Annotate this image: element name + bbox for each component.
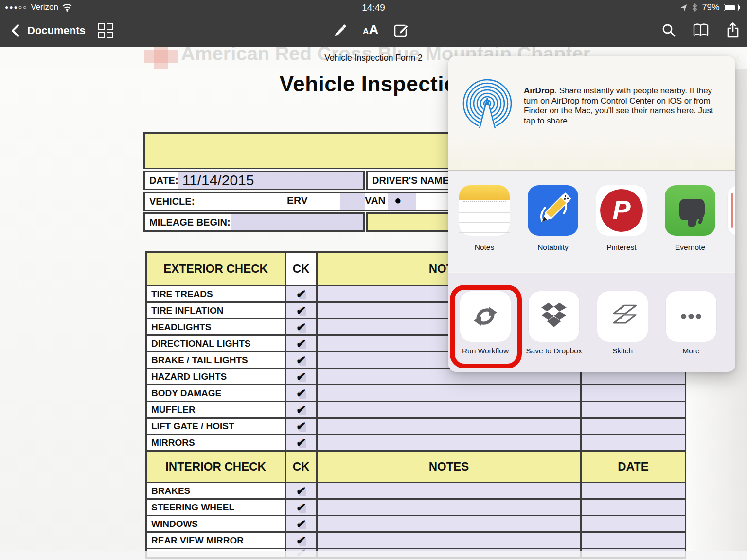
row-label: DIRECTIONAL LIGHTS bbox=[147, 336, 285, 351]
row-label: MUFFLER bbox=[147, 402, 285, 417]
interior-notes-header: NOTES bbox=[318, 452, 580, 482]
checkmark-icon: ✔ bbox=[295, 370, 307, 384]
red-highlight-annotation bbox=[450, 285, 522, 368]
date-cell[interactable] bbox=[582, 402, 685, 417]
date-cell[interactable] bbox=[582, 533, 685, 548]
van-field[interactable] bbox=[388, 193, 416, 210]
text-settings-icon[interactable]: AA bbox=[363, 22, 379, 37]
annotate-pen-icon[interactable] bbox=[334, 22, 348, 37]
skitch-icon bbox=[602, 296, 643, 337]
check-cell[interactable]: ✔ bbox=[286, 483, 316, 498]
check-cell[interactable]: ✔ bbox=[286, 336, 316, 351]
date-cell[interactable] bbox=[582, 500, 685, 515]
date-cell[interactable] bbox=[582, 419, 685, 434]
evernote-app-button[interactable] bbox=[665, 185, 715, 236]
erv-field[interactable] bbox=[340, 193, 365, 210]
notes-cell[interactable] bbox=[318, 483, 580, 498]
notes-app-button[interactable] bbox=[459, 185, 510, 236]
check-cell[interactable]: ✔ bbox=[286, 369, 316, 384]
checkmark-icon: ✔ bbox=[295, 436, 307, 450]
airdrop-section[interactable]: AirDrop. Share instantly with people nea… bbox=[448, 56, 735, 171]
notes-cell[interactable] bbox=[318, 402, 580, 417]
notes-cell[interactable] bbox=[318, 385, 580, 401]
check-cell[interactable]: ✔ bbox=[286, 516, 316, 531]
save-to-dropbox-button[interactable] bbox=[529, 291, 579, 342]
interior-header: INTERIOR CHECK bbox=[147, 452, 285, 482]
exterior-header: EXTERIOR CHECK bbox=[147, 253, 285, 285]
partial-app-icon bbox=[731, 193, 733, 228]
date-cell[interactable] bbox=[582, 516, 685, 531]
pinterest-icon: P bbox=[600, 189, 643, 232]
notes-cell[interactable] bbox=[318, 516, 580, 531]
mileage-row: MILEAGE BEGIN: bbox=[143, 212, 365, 232]
checkmark-icon: ✔ bbox=[295, 304, 307, 317]
share-icon[interactable] bbox=[726, 22, 740, 38]
notability-app-button[interactable] bbox=[528, 185, 578, 236]
interior-date-header: DATE bbox=[582, 452, 685, 482]
more-button[interactable] bbox=[666, 291, 716, 342]
row-label: TIRE TREADS bbox=[147, 286, 285, 301]
mileage-field[interactable] bbox=[231, 214, 363, 230]
notes-cell[interactable] bbox=[318, 533, 580, 548]
battery-percent: 79% bbox=[702, 2, 719, 13]
row-label: MIRRORS bbox=[147, 435, 285, 450]
date-cell[interactable] bbox=[582, 483, 685, 498]
share-apps-row: Notes Notability bbox=[448, 171, 735, 272]
bluetooth-icon bbox=[692, 3, 698, 12]
evernote-label: Evernote bbox=[646, 243, 734, 252]
clock: 14:49 bbox=[0, 2, 747, 13]
checkmark-icon: ✔ bbox=[295, 403, 307, 417]
notes-cell[interactable] bbox=[318, 435, 580, 450]
van-selected-dot[interactable]: ● bbox=[394, 193, 402, 207]
bookmarks-icon[interactable] bbox=[693, 23, 709, 37]
erv-option-label[interactable]: ERV bbox=[287, 194, 308, 206]
back-chevron-icon[interactable] bbox=[11, 24, 19, 37]
notes-cell[interactable] bbox=[318, 500, 580, 515]
thumbnail-grid-icon[interactable] bbox=[98, 23, 113, 38]
exterior-ck-header: CK bbox=[286, 253, 316, 285]
notes-cell[interactable] bbox=[318, 419, 580, 434]
page-bottom-fade bbox=[0, 551, 747, 560]
check-cell[interactable]: ✔ bbox=[286, 533, 316, 548]
pinterest-app-button[interactable]: P bbox=[596, 185, 647, 236]
search-icon[interactable] bbox=[661, 23, 676, 37]
screen: ●●●○○ Verizon 14:49 79% bbox=[0, 0, 747, 560]
skitch-button[interactable] bbox=[597, 291, 648, 342]
documents-back-button[interactable]: Documents bbox=[27, 24, 86, 37]
battery-icon bbox=[724, 4, 741, 11]
date-field[interactable]: 11/14/2015 bbox=[178, 172, 363, 189]
checkmark-icon: ✔ bbox=[295, 484, 307, 498]
check-cell[interactable]: ✔ bbox=[286, 319, 316, 334]
row-label: BRAKES bbox=[147, 483, 285, 498]
row-label: WINDOWS bbox=[147, 516, 285, 531]
date-cell[interactable] bbox=[582, 385, 685, 401]
edit-compose-icon[interactable] bbox=[393, 21, 410, 38]
driver-name-label: DRIVER'S NAME: bbox=[368, 175, 452, 186]
check-cell[interactable]: ✔ bbox=[286, 419, 316, 434]
row-label: REAR VIEW MIRROR bbox=[147, 533, 285, 548]
mileage-label: MILEAGE BEGIN: bbox=[145, 217, 231, 228]
check-cell[interactable]: ✔ bbox=[286, 402, 316, 417]
check-cell[interactable]: ✔ bbox=[286, 352, 316, 368]
check-cell[interactable]: ✔ bbox=[286, 303, 316, 318]
check-cell[interactable]: ✔ bbox=[286, 385, 316, 401]
check-cell[interactable]: ✔ bbox=[286, 435, 316, 450]
more-icon bbox=[671, 296, 711, 337]
row-label: HAZARD LIGHTS bbox=[147, 369, 285, 384]
partial-app-button[interactable] bbox=[728, 185, 735, 236]
check-cell[interactable]: ✔ bbox=[286, 500, 316, 515]
row-label: HEADLIGHTS bbox=[147, 319, 285, 334]
checkmark-icon: ✔ bbox=[295, 320, 307, 334]
checkmark-icon: ✔ bbox=[295, 386, 307, 400]
checkmark-icon: ✔ bbox=[295, 501, 307, 514]
checkmark-icon: ✔ bbox=[295, 353, 307, 367]
location-icon bbox=[680, 4, 688, 12]
date-cell[interactable] bbox=[582, 435, 685, 450]
date-row: DATE: 11/14/2015 bbox=[143, 171, 365, 190]
van-option-label[interactable]: VAN bbox=[365, 194, 386, 206]
interior-ck-header: CK bbox=[286, 452, 316, 482]
notability-icon bbox=[528, 185, 578, 236]
checkmark-icon: ✔ bbox=[295, 287, 307, 301]
airdrop-icon bbox=[460, 78, 515, 132]
check-cell[interactable]: ✔ bbox=[286, 286, 316, 301]
